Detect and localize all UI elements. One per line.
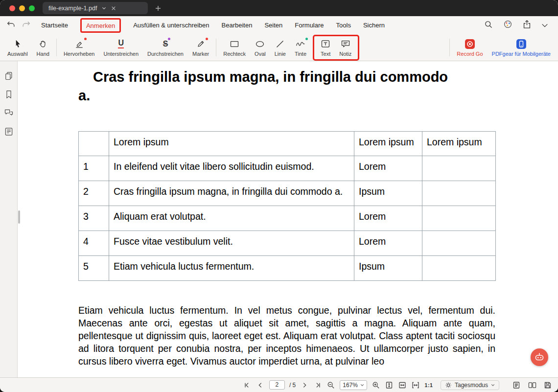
comments-panel-icon[interactable] <box>3 108 14 118</box>
previous-page-button[interactable] <box>256 381 265 390</box>
toolbar-divider <box>56 39 57 56</box>
chevron-down-icon[interactable] <box>541 21 548 30</box>
header-cell: Lorem ipsum <box>354 132 422 156</box>
tab-ausfuellen-unterschreiben[interactable]: Ausfüllen & unterschreiben <box>133 22 209 29</box>
sun-icon <box>445 382 452 389</box>
menubar-right-icons <box>484 20 548 31</box>
statusbar-right-icons <box>512 381 552 390</box>
last-page-button[interactable] <box>313 381 322 390</box>
tool-hervorheben[interactable]: Hervorheben <box>59 37 99 59</box>
tool-unterstreichen[interactable]: U Unterstreichen <box>99 37 143 59</box>
tool-durchstreichen[interactable]: S Durchstreichen <box>143 37 188 59</box>
redo-button[interactable] <box>22 21 30 30</box>
note-bubble-icon <box>341 39 350 49</box>
ribbon-tabs: Startseite Anmerken Ausfüllen & untersch… <box>41 18 385 33</box>
tool-record-go[interactable]: Record Go <box>452 37 487 59</box>
cell: 1 <box>79 156 109 181</box>
palette-icon[interactable] <box>503 20 512 31</box>
zoom-in-icon[interactable] <box>372 381 380 390</box>
undo-button[interactable] <box>7 21 15 30</box>
color-dot <box>206 38 208 40</box>
annotations-panel-icon[interactable] <box>3 126 14 137</box>
mobile-device-icon <box>516 39 526 49</box>
tab-tools[interactable]: Tools <box>336 22 351 29</box>
tab-formulare[interactable]: Formulare <box>295 22 324 29</box>
underline-icon: U <box>118 39 124 49</box>
fit-width-icon[interactable] <box>398 381 407 390</box>
tool-auswahl[interactable]: Auswahl <box>3 37 32 59</box>
single-page-view-icon[interactable] <box>512 381 521 390</box>
tool-marker[interactable]: Marker <box>188 37 213 59</box>
annotation-toolbar: Auswahl Hand Hervorheben U Unterstreiche… <box>0 34 558 61</box>
table-row: 1 In eleifend velit vitae libero sollici… <box>79 156 496 181</box>
record-go-icon <box>465 39 475 49</box>
robot-icon <box>534 351 545 363</box>
document-table: Lorem ipsum Lorem ipsum Lorem ipsum 1 In… <box>78 131 496 281</box>
continuous-width-icon[interactable] <box>411 381 420 390</box>
zoom-value: 167% <box>343 382 358 389</box>
cell: In eleifend velit vitae libero sollicitu… <box>109 156 354 181</box>
tab-close-icon[interactable] <box>111 6 116 11</box>
first-page-button[interactable] <box>243 381 252 390</box>
table-row: 5 Etiam vehicula luctus fermentum. Ipsum <box>79 256 496 281</box>
cell <box>422 156 496 181</box>
zoom-out-icon[interactable] <box>326 381 335 390</box>
search-icon[interactable] <box>484 20 493 31</box>
tool-oval[interactable]: Oval <box>250 37 270 59</box>
tool-linie[interactable]: Linie <box>270 37 290 59</box>
header-cell: Lorem ipsum <box>422 132 496 156</box>
tab-sichern[interactable]: Sichern <box>363 22 385 29</box>
view-mode-dropdown[interactable]: Tagesmodus <box>441 380 499 390</box>
cell: Lorem <box>354 231 422 256</box>
table-row: 3 Aliquam erat volutpat. Lorem <box>79 206 496 231</box>
two-page-view-icon[interactable] <box>528 381 536 390</box>
cell: 3 <box>79 206 109 231</box>
page-number-input[interactable]: 2 <box>269 380 285 390</box>
cell: Cras fringilla ipsum magna, in fringilla… <box>109 181 354 206</box>
tool-tinte[interactable]: Tinte <box>290 37 311 59</box>
cell: Ipsum <box>354 181 422 206</box>
cell: Etiam vehicula luctus fermentum. <box>109 256 354 281</box>
minimize-window-button[interactable] <box>19 5 25 11</box>
tab-anmerken[interactable]: Anmerken <box>86 22 115 29</box>
tab-startseite[interactable]: Startseite <box>41 22 68 29</box>
tool-pdfgear-mobile[interactable]: PDFgear für Mobilgeräte <box>488 37 555 59</box>
document-tab[interactable]: file-example-1.pdf <box>43 2 148 14</box>
statusbar-controls: 2 / 5 167% <box>243 380 499 390</box>
cell: 4 <box>79 231 109 256</box>
thumbnails-panel-icon[interactable] <box>3 70 14 81</box>
cursor-icon <box>13 39 22 49</box>
color-dot <box>84 38 87 40</box>
share-icon[interactable] <box>523 20 531 31</box>
close-window-button[interactable] <box>9 5 15 11</box>
plus-icon <box>155 5 162 12</box>
heading-line: Cras fringilla ipsum magna, in fringilla… <box>78 68 495 86</box>
save-icon[interactable] <box>543 381 552 390</box>
tool-text[interactable]: Text <box>316 37 335 59</box>
tool-hand[interactable]: Hand <box>32 37 54 59</box>
cell: Lorem <box>354 156 422 181</box>
bookmarks-panel-icon[interactable] <box>3 89 14 100</box>
cell: 5 <box>79 256 109 281</box>
tab-chevron-down-icon[interactable] <box>101 5 107 11</box>
tool-rechteck[interactable]: Rechteck <box>219 37 250 59</box>
actual-size-button[interactable]: 1:1 <box>424 381 433 390</box>
line-icon <box>276 39 284 49</box>
header-cell: Lorem ipsum <box>109 132 354 156</box>
header-cell <box>79 132 109 156</box>
assistant-robot-button[interactable] <box>531 348 548 366</box>
new-tab-button[interactable] <box>155 5 162 12</box>
zoom-level-dropdown[interactable]: 167% <box>340 380 367 390</box>
next-page-button[interactable] <box>300 381 309 390</box>
tool-notiz[interactable]: Notiz <box>335 37 356 59</box>
heading-line: a. <box>78 86 495 105</box>
main-area: Cras fringilla ipsum magna, in fringilla… <box>0 61 558 377</box>
tab-seiten[interactable]: Seiten <box>264 22 282 29</box>
document-paragraph: Etiam vehicula luctus fermentum. In vel … <box>78 304 495 368</box>
fit-page-icon[interactable] <box>385 381 394 390</box>
cell: Ipsum <box>354 256 422 281</box>
sidebar-resize-handle[interactable] <box>18 210 20 224</box>
tab-bearbeiten[interactable]: Bearbeiten <box>222 22 253 29</box>
zoom-window-button[interactable] <box>29 5 35 11</box>
page-total-label: / 5 <box>289 382 296 389</box>
